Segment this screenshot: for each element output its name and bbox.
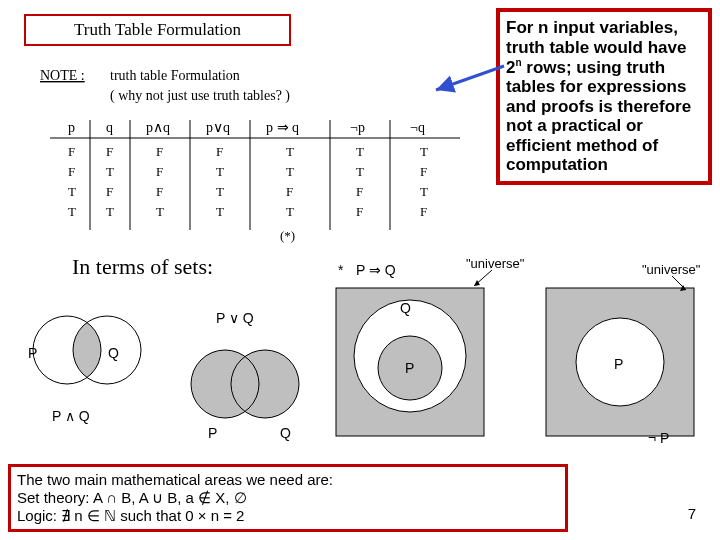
note-box: For n input variables, truth table would… <box>496 8 712 185</box>
svg-text:T: T <box>356 144 364 159</box>
expr-neg: ¬ P <box>648 430 669 446</box>
svg-text:F: F <box>156 184 163 199</box>
arrow-universe-neg <box>668 274 694 300</box>
svg-text:F: F <box>420 204 427 219</box>
hand-line2: ( why not just use truth tables? ) <box>110 88 290 104</box>
title-box: Truth Table Formulation <box>24 14 291 46</box>
note-post: rows; using truth tables for expressions… <box>506 58 691 175</box>
label-p-neg: P <box>614 356 623 372</box>
footer-l1: The two main mathematical areas we need … <box>17 471 559 489</box>
svg-text:p: p <box>68 120 75 135</box>
svg-text:T: T <box>68 184 76 199</box>
svg-text:¬p: ¬p <box>350 120 365 135</box>
title-text: Truth Table Formulation <box>74 20 241 39</box>
svg-text:F: F <box>356 204 363 219</box>
svg-text:F: F <box>106 144 113 159</box>
svg-text:T: T <box>106 164 114 179</box>
svg-text:F: F <box>356 184 363 199</box>
label-q-intersect: Q <box>108 345 119 361</box>
footer-box: The two main mathematical areas we need … <box>8 464 568 532</box>
svg-text:F: F <box>68 144 75 159</box>
svg-text:p∨q: p∨q <box>206 120 230 135</box>
venn-intersection <box>22 300 152 404</box>
svg-text:q: q <box>106 120 113 135</box>
expr-implies-star: * <box>338 262 343 278</box>
svg-text:F: F <box>106 184 113 199</box>
svg-text:T: T <box>286 204 294 219</box>
svg-text:F: F <box>156 144 163 159</box>
svg-text:F: F <box>286 184 293 199</box>
svg-text:F: F <box>68 164 75 179</box>
arrow-universe-implies <box>470 268 500 296</box>
footer-l3: Logic: ∄ n ∈ ℕ such that 0 × n = 2 <box>17 507 559 525</box>
venn-union <box>180 334 310 438</box>
sets-heading: In terms of sets: <box>72 254 213 280</box>
svg-text:T: T <box>420 184 428 199</box>
svg-text:T: T <box>216 204 224 219</box>
expr-implies: P ⇒ Q <box>356 262 396 278</box>
expr-intersect: P ∧ Q <box>52 408 90 424</box>
label-p-union: P <box>208 425 217 441</box>
svg-text:F: F <box>420 164 427 179</box>
svg-text:¬q: ¬q <box>410 120 425 135</box>
svg-text:p∧q: p∧q <box>146 120 170 135</box>
svg-text:T: T <box>216 164 224 179</box>
label-p-implies: P <box>405 360 414 376</box>
page-number: 7 <box>688 505 696 522</box>
svg-text:T: T <box>106 204 114 219</box>
hand-star: (*) <box>280 228 295 243</box>
handwritten-truth-table: NOTE : truth table Formulation ( why not… <box>40 62 480 242</box>
svg-text:T: T <box>68 204 76 219</box>
svg-text:F: F <box>156 164 163 179</box>
hand-line1: truth table Formulation <box>110 68 240 83</box>
svg-text:p ⇒ q: p ⇒ q <box>266 120 299 135</box>
svg-text:F: F <box>216 144 223 159</box>
svg-text:T: T <box>286 144 294 159</box>
svg-text:T: T <box>356 164 364 179</box>
label-q-union: Q <box>280 425 291 441</box>
label-p-intersect: P <box>28 345 37 361</box>
footer-l2: Set theory: A ∩ B, A ∪ B, a ∉ X, ∅ <box>17 489 559 507</box>
hand-note-label: NOTE : <box>40 68 85 83</box>
expr-union: P ∨ Q <box>216 310 254 326</box>
svg-text:T: T <box>216 184 224 199</box>
label-q-implies: Q <box>400 300 411 316</box>
svg-text:T: T <box>286 164 294 179</box>
svg-text:T: T <box>156 204 164 219</box>
svg-text:T: T <box>420 144 428 159</box>
